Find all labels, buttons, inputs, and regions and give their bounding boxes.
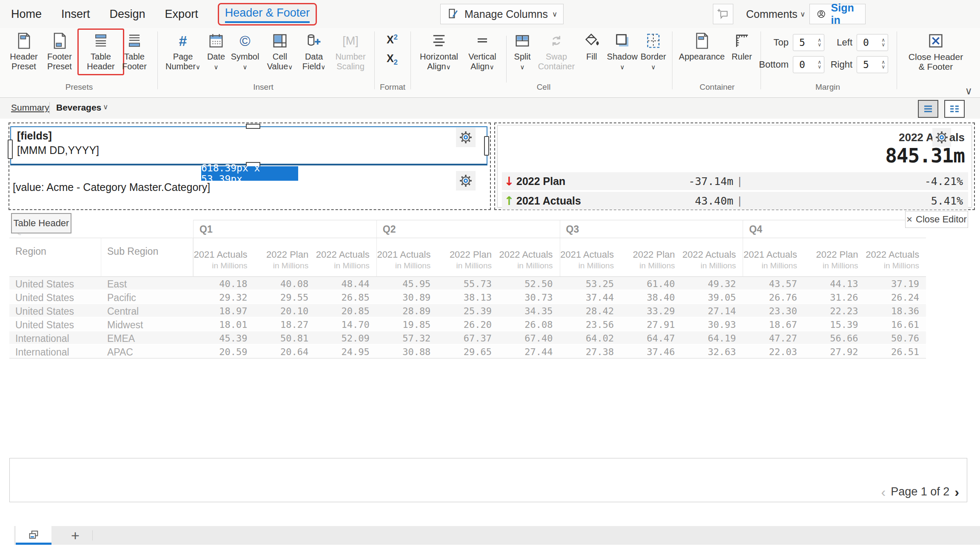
table-cell-value: 26.20 [437, 318, 499, 331]
table-cell-value: 38.13 [437, 290, 499, 304]
add-page-button[interactable]: + [63, 526, 87, 545]
manage-columns-button[interactable]: Manage Columns ∨ [440, 4, 564, 24]
table-cell-value: 48.44 [315, 277, 376, 290]
close-editor-button[interactable]: × Close Editor [905, 211, 968, 228]
button-label: Container [538, 62, 575, 71]
spinner-arrows-icon[interactable]: ∧∨ [881, 38, 888, 47]
table-cell-value: 67.37 [437, 331, 499, 345]
margin-bottom-input[interactable]: 0 ∧∨ [793, 56, 824, 73]
cell-value-button[interactable]: CellValue∨ [263, 31, 297, 72]
add-comment-button[interactable] [713, 4, 733, 24]
subscript-button[interactable]: X2 [380, 54, 404, 67]
table-footer-button[interactable]: TableFooter [117, 31, 152, 71]
page-tab-current[interactable] [16, 526, 51, 545]
chevron-down-icon: ∨ [800, 10, 805, 18]
tab-header-footer[interactable]: Header & Footer [225, 6, 310, 20]
symbol-button[interactable]: © Symbol∨ [229, 31, 261, 72]
chevron-down-icon: ∨ [321, 63, 325, 71]
footer-preset-button[interactable]: FooterPreset [42, 31, 77, 71]
kpi-row-percent: -4.21% [746, 175, 963, 188]
sheet-tab-strip: Summary Beverages ∨ [0, 98, 980, 119]
page-footer-area[interactable]: ‹ Page 1 of 2 › [9, 458, 967, 502]
header-preset-button[interactable]: HeaderPreset [6, 31, 42, 71]
shadow-button[interactable]: Shadow∨ [606, 31, 639, 72]
chevron-down-icon[interactable]: ∨ [103, 102, 108, 111]
date-button[interactable]: Date∨ [203, 31, 229, 72]
kpi-row-value: -37.14m [631, 175, 733, 188]
data-field-button[interactable]: DataField∨ [298, 31, 330, 72]
button-label: Ruler [732, 52, 752, 61]
margin-top-field: Top 5 ∧∨ [765, 34, 824, 51]
tab-export[interactable]: Export [165, 8, 198, 21]
spinner-arrows-icon[interactable]: ∧∨ [818, 60, 824, 69]
chevron-down-icon: ∨ [552, 10, 557, 18]
header-value-cell[interactable]: [value: Acme - Category Master.Category] [13, 181, 210, 193]
table-cell-value: 22.03 [743, 345, 804, 358]
column-header-metric: 2022 Planin Millions [621, 238, 682, 277]
fill-button[interactable]: Fill [580, 31, 603, 62]
tab-home[interactable]: Home [11, 8, 42, 21]
border-button[interactable]: Border∨ [638, 31, 669, 72]
superscript-button[interactable]: X2 [380, 32, 404, 45]
table-cell-sub-region: Pacific [101, 290, 193, 304]
table-cell-value: 27.44 [499, 345, 560, 358]
resize-handle-right[interactable] [484, 136, 489, 156]
horizontal-align-button[interactable]: HorizontalAlign∨ [417, 31, 461, 72]
comments-button[interactable]: Comments ∨ [740, 4, 811, 24]
shadow-icon [613, 31, 632, 50]
table-cell-value: 26.76 [743, 290, 804, 304]
button-label: Preset [11, 62, 36, 71]
manage-columns-label: Manage Columns [464, 8, 548, 20]
two-column-view-toggle[interactable] [944, 100, 965, 118]
button-label: Number [335, 52, 365, 61]
table-cell-value: 56.66 [804, 331, 865, 345]
margin-left-input[interactable]: 0 ∧∨ [857, 34, 888, 51]
button-label: Footer [47, 52, 72, 61]
column-header-metric: 2022 Planin Millions [437, 238, 499, 277]
previous-page-icon[interactable]: ‹ [881, 486, 886, 498]
spinner-arrows-icon[interactable]: ∧∨ [818, 38, 824, 47]
data-field-icon [305, 31, 323, 50]
resize-handle-top[interactable] [246, 124, 260, 129]
table-cell-value: 34.35 [499, 304, 560, 318]
resize-handle-left[interactable] [8, 139, 13, 159]
tab-design[interactable]: Design [110, 8, 145, 21]
split-button[interactable]: Split∨ [510, 31, 534, 72]
bottom-page-bar: + [14, 526, 980, 545]
single-column-view-toggle[interactable] [918, 100, 938, 118]
header-preset-icon [14, 31, 33, 50]
spinner-arrows-icon[interactable]: ∧∨ [881, 60, 888, 69]
group-divider [897, 31, 897, 89]
close-header-footer-button[interactable]: Close Header& Footer [903, 31, 968, 71]
margin-top-input[interactable]: 5 ∧∨ [793, 34, 824, 51]
column-header-metric: 2021 Actualsin Millions [560, 238, 621, 277]
table-cell-value: 32.63 [682, 345, 743, 358]
gear-icon[interactable] [456, 171, 476, 191]
ruler-button[interactable]: Ruler [728, 31, 755, 62]
page-number-button[interactable]: # PageNumber∨ [163, 31, 202, 72]
subscript-icon: X2 [387, 54, 398, 67]
table-cell-value: 37.44 [560, 290, 621, 304]
next-page-icon[interactable]: › [954, 486, 959, 498]
appearance-button[interactable]: Appearance [678, 31, 726, 62]
column-header-metric: 2022 Actualsin Millions [315, 238, 376, 277]
table-cell-value: 40.08 [254, 277, 316, 290]
ribbon-collapse-icon[interactable]: ∨ [965, 85, 972, 97]
table-cell-value: 31.26 [804, 290, 865, 304]
header-field-cell[interactable]: [fields] [MMM DD,YYYY] [10, 126, 487, 165]
chevron-down-icon: ∨ [196, 63, 200, 71]
sheet-tab-beverages[interactable]: Beverages [56, 102, 101, 113]
sign-in-button[interactable]: Sign in [809, 4, 866, 24]
sheet-tab-summary[interactable]: Summary [11, 102, 49, 113]
column-header-metric: 2021 Actualsin Millions [743, 238, 804, 277]
close-editor-label: Close Editor [916, 214, 967, 225]
margin-right-input[interactable]: 5 ∧∨ [857, 56, 888, 73]
user-icon [816, 7, 827, 21]
quarter-group-header: Q2 [376, 220, 560, 238]
tab-header-footer-highlight[interactable]: Header & Footer [218, 3, 317, 26]
kpi-value: 845.31m [885, 144, 965, 167]
gear-icon[interactable] [456, 128, 476, 147]
vertical-align-button[interactable]: VerticalAlign∨ [464, 31, 501, 72]
button-label: Footer [122, 62, 147, 71]
tab-insert[interactable]: Insert [61, 8, 90, 21]
